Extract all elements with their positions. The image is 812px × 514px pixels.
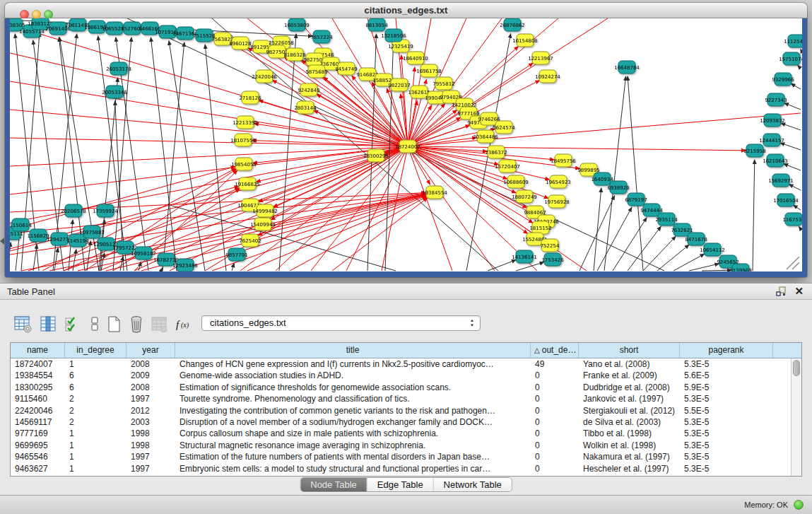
graph-node[interactable]: 8215958 — [743, 144, 765, 157]
canvas-resize-grip[interactable] — [787, 257, 799, 269]
table-cell[interactable]: 19384554 — [11, 370, 65, 381]
graph-node[interactable]: 1156829 — [27, 229, 49, 242]
close-panel-icon[interactable]: ✕ — [794, 285, 804, 298]
graph-node[interactable]: 1150614 — [10, 218, 32, 231]
graph-node[interactable]: 7955812 — [433, 77, 454, 90]
table-cell[interactable]: Jankovic et al. (1997) — [579, 393, 680, 404]
table-cell[interactable]: 5.3E-5 — [680, 440, 773, 451]
table-cell[interactable]: 1997 — [126, 463, 175, 474]
graph-node[interactable]: 7386372 — [485, 146, 507, 158]
graph-node[interactable]: 12213967 — [528, 52, 553, 64]
table-cell[interactable]: 5.3E-5 — [680, 463, 773, 474]
table-row[interactable]: 1872400712008Changes of HCN gene express… — [11, 358, 791, 370]
float-panel-icon[interactable] — [776, 286, 787, 297]
graph-node[interactable]: 15751074 — [779, 52, 802, 65]
table-cell[interactable]: Stergiakouli et al. (2012) — [579, 405, 680, 416]
column-header-name[interactable]: name — [11, 343, 65, 358]
graph-node[interactable]: 5875685 — [305, 65, 327, 78]
table-cell[interactable]: 1 — [65, 428, 126, 439]
graph-node[interactable]: 1167533 — [782, 213, 802, 226]
graph-node[interactable]: 2803144 — [294, 101, 317, 114]
table-cell[interactable]: 5.3E-5 — [680, 416, 773, 428]
table-cell[interactable]: 2012 — [126, 405, 175, 416]
graph-node[interactable]: 9857791 — [225, 248, 247, 261]
graph-node[interactable]: 7515526 — [193, 29, 216, 42]
graph-node[interactable]: 10688609 — [503, 175, 529, 188]
table-cell[interactable]: 0 — [531, 428, 579, 439]
table-cell[interactable]: 2009 — [126, 370, 175, 381]
table-cell[interactable]: Disruption of a novel member of a sodium… — [175, 416, 531, 428]
graph-node[interactable]: 15720407 — [495, 160, 520, 173]
table-cell[interactable]: 1998 — [126, 440, 175, 451]
table-select-dropdown[interactable]: citations_edges.txt▲▼ — [201, 315, 481, 331]
table-cell[interactable]: 1 — [65, 463, 126, 474]
graph-node[interactable]: 3624574 — [493, 121, 515, 134]
table-cell[interactable]: 0 — [531, 393, 579, 404]
graph-node[interactable]: 16154808 — [512, 34, 538, 47]
table-cell[interactable]: Dudbridge et al. (2008) — [579, 382, 680, 393]
graph-node[interactable]: 1815152 — [529, 221, 551, 234]
table-cell[interactable]: 2 — [65, 416, 126, 428]
graph-node[interactable]: 6879197 — [625, 193, 647, 206]
graph-node[interactable]: 19654923 — [546, 175, 571, 188]
window-titlebar[interactable]: citations_edges.txt — [5, 3, 807, 18]
table-row[interactable]: 969969511998Structural magnetic resonanc… — [11, 440, 791, 451]
scrollbar-thumb[interactable] — [793, 360, 800, 376]
graph-node[interactable]: 7857224 — [310, 30, 333, 43]
table-cell[interactable]: 5.9E-5 — [680, 382, 773, 393]
table-cell[interactable]: 9777169 — [11, 428, 65, 439]
table-cell[interactable]: 18300295 — [11, 382, 65, 393]
graph-node[interactable]: 8471678 — [685, 233, 707, 245]
table-cell[interactable]: 0 — [531, 463, 579, 474]
graph-node[interactable]: 6938928 — [607, 181, 629, 194]
table-cell[interactable]: 5.6E-5 — [680, 370, 773, 381]
graph-node[interactable]: 2935114 — [655, 213, 678, 226]
table-cell[interactable]: 9699695 — [11, 440, 65, 451]
table-cell[interactable]: 2003 — [126, 416, 175, 428]
graph-node[interactable]: 15409944 — [250, 218, 276, 230]
graph-node[interactable]: 9139969 — [729, 264, 751, 271]
table-cell[interactable]: Investigating the contribution of common… — [175, 405, 531, 416]
column-header-year[interactable]: year — [126, 343, 175, 358]
graph-node[interactable]: 9227343 — [765, 93, 787, 106]
table-cell[interactable]: 9463627 — [11, 463, 65, 474]
table-cell[interactable]: Corpus callosum shape and size in male p… — [175, 428, 531, 439]
graph-node[interactable]: 17016504 — [773, 194, 799, 206]
graph-node[interactable]: 2718126 — [239, 91, 261, 104]
graph-node[interactable]: 8813054 — [365, 18, 388, 31]
graph-node[interactable]: 16053809 — [284, 18, 310, 31]
table-cell[interactable]: Estimation of the future numbers of pati… — [175, 451, 531, 462]
table-cell[interactable]: 1 — [65, 451, 126, 462]
table-cell[interactable]: Structural magnetic resonance image aver… — [175, 440, 531, 451]
graph-node[interactable]: 8454749 — [335, 62, 357, 75]
table-cell[interactable]: 0 — [531, 416, 579, 428]
table-row[interactable]: 946362711997Embryonic stem cells: a mode… — [11, 463, 791, 474]
table-cell[interactable]: 2 — [65, 393, 126, 404]
table-cell[interactable]: 0 — [531, 440, 579, 451]
table-cell[interactable]: 49 — [531, 358, 579, 370]
show-columns-icon[interactable] — [38, 313, 58, 334]
graph-node[interactable]: 8186328 — [283, 48, 305, 61]
tab-edge-table[interactable]: Edge Table — [367, 478, 434, 491]
table-cell[interactable]: 0 — [531, 405, 579, 416]
table-cell[interactable]: 1 — [65, 358, 126, 370]
graph-node[interactable]: 14136141 — [512, 250, 537, 263]
table-cell[interactable]: Estimation of significance thresholds fo… — [175, 382, 531, 393]
column-header-pagerank[interactable]: pagerank — [680, 343, 773, 358]
graph-node[interactable]: 26053178 — [106, 62, 131, 75]
graph-node[interactable]: 19756928 — [544, 195, 570, 208]
table-cell[interactable]: 0 — [531, 370, 579, 381]
table-cell[interactable]: Genome-wide association studies in ADHD. — [175, 370, 531, 381]
graph-node[interactable]: 1753426 — [541, 253, 564, 266]
table-cell[interactable]: 5.3E-5 — [680, 451, 773, 462]
table-cell[interactable]: Embryonic stem cells: a model to study s… — [175, 463, 531, 474]
table-row[interactable]: 977716911998Corpus callosum shape and si… — [11, 428, 791, 439]
table-cell[interactable]: 2 — [65, 405, 126, 416]
graph-node[interactable]: 20364486 — [473, 130, 498, 143]
table-cell[interactable]: 1997 — [126, 451, 175, 462]
table-cell[interactable]: 1 — [65, 440, 126, 451]
table-cell[interactable]: de Silva et al. (2003) — [579, 416, 680, 428]
graph-node[interactable]: 8960128 — [229, 37, 251, 49]
column-header-out_de[interactable]: △out_de… — [531, 343, 579, 358]
table-cell[interactable]: 1997 — [126, 393, 175, 404]
